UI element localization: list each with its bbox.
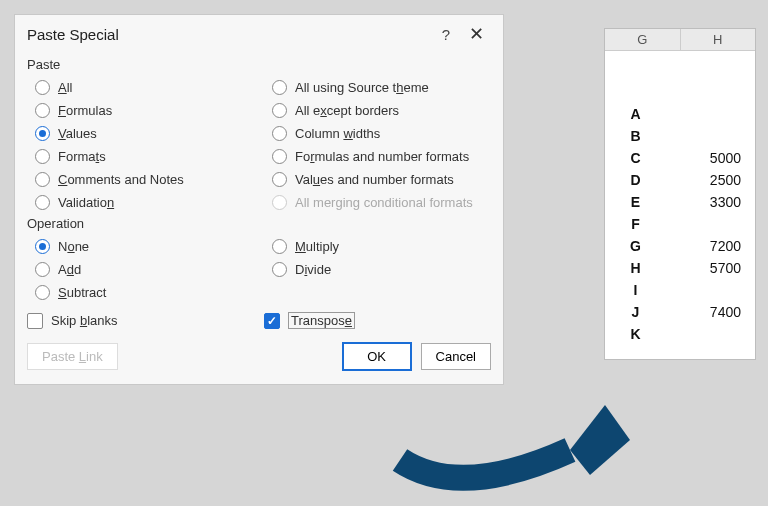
radio-comments-and-notes[interactable]: Comments and Notes	[27, 170, 254, 189]
radio-circle	[35, 80, 50, 95]
cell-g[interactable]: F	[605, 216, 680, 232]
transpose-checkbox[interactable]	[264, 313, 280, 329]
radio-multiply[interactable]: Multiply	[264, 237, 491, 256]
radio-circle	[272, 262, 287, 277]
table-row: H5700	[605, 257, 755, 279]
radio-label: Formulas and number formats	[295, 149, 469, 164]
table-row: D2500	[605, 169, 755, 191]
radio-divide[interactable]: Divide	[264, 260, 491, 279]
radio-label: Divide	[295, 262, 331, 277]
radio-circle	[35, 126, 50, 141]
radio-circle	[35, 262, 50, 277]
cell-g[interactable]: G	[605, 238, 680, 254]
help-icon[interactable]: ?	[431, 26, 461, 43]
skip-blanks-option[interactable]: Skip blanks	[27, 312, 254, 329]
radio-circle	[35, 239, 50, 254]
radio-formulas[interactable]: Formulas	[27, 101, 254, 120]
radio-label: Values and number formats	[295, 172, 454, 187]
titlebar: Paste Special ? ✕	[15, 15, 503, 53]
radio-label: All using Source theme	[295, 80, 429, 95]
cell-h[interactable]: 3300	[680, 194, 755, 210]
radio-all-using-source-theme[interactable]: All using Source theme	[264, 78, 491, 97]
radio-all-merging-conditional-formats: All merging conditional formats	[264, 193, 491, 212]
table-row: K	[605, 323, 755, 345]
table-row: G7200	[605, 235, 755, 257]
radio-label: Validation	[58, 195, 114, 210]
arrow-illustration	[390, 390, 650, 506]
radio-circle	[35, 149, 50, 164]
radio-all[interactable]: All	[27, 78, 254, 97]
cell-h[interactable]: 5700	[680, 260, 755, 276]
radio-label: Comments and Notes	[58, 172, 184, 187]
radio-label: Multiply	[295, 239, 339, 254]
table-row: F	[605, 213, 755, 235]
cell-g[interactable]: I	[605, 282, 680, 298]
radio-values-and-number-formats[interactable]: Values and number formats	[264, 170, 491, 189]
operation-section: Operation NoneAddSubtract MultiplyDivide	[15, 216, 503, 302]
radio-circle	[272, 103, 287, 118]
radio-formulas-and-number-formats[interactable]: Formulas and number formats	[264, 147, 491, 166]
radio-circle	[272, 80, 287, 95]
cell-h[interactable]: 7200	[680, 238, 755, 254]
cell-g[interactable]: J	[605, 304, 680, 320]
sheet-body: ABC5000D2500E3300FG7200H5700IJ7400K	[605, 51, 755, 359]
radio-label: Formulas	[58, 103, 112, 118]
spreadsheet-preview: G H ABC5000D2500E3300FG7200H5700IJ7400K	[604, 28, 756, 360]
radio-circle	[272, 172, 287, 187]
radio-formats[interactable]: Formats	[27, 147, 254, 166]
cell-h[interactable]: 2500	[680, 172, 755, 188]
skip-blanks-checkbox[interactable]	[27, 313, 43, 329]
table-row: C5000	[605, 147, 755, 169]
dialog-title: Paste Special	[27, 26, 431, 43]
cell-h[interactable]: 5000	[680, 150, 755, 166]
cell-g[interactable]: K	[605, 326, 680, 342]
radio-label: None	[58, 239, 89, 254]
paste-group-label: Paste	[27, 57, 491, 72]
cell-g[interactable]: D	[605, 172, 680, 188]
cell-g[interactable]: C	[605, 150, 680, 166]
radio-subtract[interactable]: Subtract	[27, 283, 254, 302]
radio-circle	[35, 195, 50, 210]
cell-g[interactable]: A	[605, 106, 680, 122]
radio-circle	[272, 149, 287, 164]
radio-add[interactable]: Add	[27, 260, 254, 279]
cancel-button[interactable]: Cancel	[421, 343, 491, 370]
radio-values[interactable]: Values	[27, 124, 254, 143]
radio-circle	[272, 126, 287, 141]
radio-label: Column widths	[295, 126, 380, 141]
transpose-label: Transpose	[288, 312, 355, 329]
radio-label: All merging conditional formats	[295, 195, 473, 210]
radio-label: Values	[58, 126, 97, 141]
radio-circle	[272, 195, 287, 210]
cell-g[interactable]: E	[605, 194, 680, 210]
radio-circle	[35, 172, 50, 187]
radio-label: All	[58, 80, 72, 95]
col-header-h[interactable]: H	[681, 29, 756, 50]
cell-g[interactable]: B	[605, 128, 680, 144]
close-icon[interactable]: ✕	[461, 23, 491, 45]
table-row: A	[605, 103, 755, 125]
col-header-g[interactable]: G	[605, 29, 681, 50]
paste-special-dialog: Paste Special ? ✕ Paste AllFormulasValue…	[14, 14, 504, 385]
paste-link-button: Paste Link	[27, 343, 118, 370]
radio-label: Add	[58, 262, 81, 277]
table-row: J7400	[605, 301, 755, 323]
radio-all-except-borders[interactable]: All except borders	[264, 101, 491, 120]
paste-radio-columns: AllFormulasValuesFormatsComments and Not…	[27, 78, 491, 212]
table-row: I	[605, 279, 755, 301]
cell-g[interactable]: H	[605, 260, 680, 276]
radio-column-widths[interactable]: Column widths	[264, 124, 491, 143]
radio-validation[interactable]: Validation	[27, 193, 254, 212]
table-row: B	[605, 125, 755, 147]
ok-button[interactable]: OK	[343, 343, 411, 370]
button-row: Paste Link OK Cancel	[15, 339, 503, 384]
radio-label: All except borders	[295, 103, 399, 118]
svg-marker-0	[570, 405, 630, 475]
transpose-option[interactable]: Transpose	[264, 312, 491, 329]
skip-blanks-label: Skip blanks	[51, 313, 118, 328]
radio-label: Subtract	[58, 285, 106, 300]
radio-none[interactable]: None	[27, 237, 254, 256]
column-headers: G H	[605, 29, 755, 51]
operation-radio-columns: NoneAddSubtract MultiplyDivide	[27, 237, 491, 302]
cell-h[interactable]: 7400	[680, 304, 755, 320]
